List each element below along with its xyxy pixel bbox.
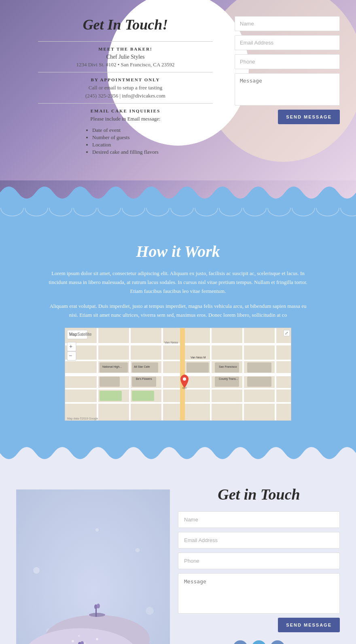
email-inquiries-heading: EMAIL CAKE INQUIRIES — [16, 108, 235, 113]
svg-point-50 — [95, 528, 99, 532]
contact-info: (245) 325-2356 | info@divicakes.com — [16, 93, 235, 99]
svg-rect-16 — [100, 377, 120, 387]
svg-text:−: − — [69, 352, 72, 359]
svg-text:Map data ©2019 Google: Map data ©2019 Google — [67, 417, 98, 420]
svg-text:+: + — [69, 343, 72, 350]
svg-rect-1 — [0, 208, 356, 220]
svg-rect-25 — [100, 391, 122, 401]
baker-address: 1234 Divi St. #102 • San Francisco, CA 2… — [16, 61, 235, 68]
left-info-panel: Get In Touch! MEET THE BAKER! Chef Julie… — [16, 12, 235, 156]
svg-point-71 — [96, 638, 98, 640]
svg-text:Satellite: Satellite — [77, 332, 92, 337]
list-item: Number of guests — [92, 134, 159, 141]
scallop-decoration — [0, 205, 356, 222]
svg-text:Van Ness: Van Ness — [164, 341, 178, 344]
how-paragraph-1: Lorem ipsum dolor sit amet, consectetur … — [49, 269, 307, 296]
svg-point-58 — [89, 613, 105, 617]
wave-transition-2 — [0, 441, 356, 465]
phone-input-bottom[interactable] — [178, 553, 340, 569]
name-input-top[interactable] — [235, 16, 340, 31]
divider-3 — [38, 103, 213, 104]
divider-2 — [38, 72, 213, 72]
name-input-bottom[interactable] — [178, 511, 340, 528]
list-item: Location — [92, 142, 159, 148]
bottom-form-area: Get in Touch SEND MESSAGE f t in — [170, 485, 340, 644]
macaron-background — [16, 489, 170, 644]
contact-form-top: SEND MESSAGE — [235, 12, 340, 124]
send-button-top[interactable]: SEND MESSAGE — [278, 110, 340, 124]
baker-name: Chef Julie Styles — [16, 54, 235, 60]
svg-rect-59 — [95, 609, 97, 617]
svg-point-48 — [146, 607, 154, 615]
svg-text:Map: Map — [69, 332, 77, 337]
twitter-icon[interactable]: t — [252, 640, 266, 644]
email-intro: Please include in Email message: — [16, 116, 235, 122]
meet-baker-heading: MEET THE BAKER! — [16, 47, 235, 51]
svg-text:Van Ness M: Van Ness M — [191, 356, 206, 359]
bottom-section-title: Get in Touch — [178, 485, 340, 503]
how-it-works-title: How it Work — [49, 242, 307, 261]
message-textarea-bottom[interactable] — [178, 573, 340, 614]
section-how-it-works: How it Work Lorem ipsum dolor sit amet, … — [0, 222, 356, 441]
appointment-text: Call or email to setup a free tasting — [16, 85, 235, 91]
svg-point-47 — [136, 548, 140, 552]
page-title: Get In Touch! — [16, 16, 235, 33]
svg-point-69 — [72, 640, 74, 642]
social-icons-row: f t in — [178, 640, 340, 644]
section-bottom-contact: Get in Touch SEND MESSAGE f t in — [0, 465, 356, 644]
section-top-contact: Get In Touch! MEET THE BAKER! Chef Julie… — [0, 0, 356, 180]
svg-point-73 — [78, 635, 80, 637]
svg-rect-24 — [132, 391, 154, 401]
email-list: Date of event Number of guests Location … — [92, 126, 159, 156]
svg-text:Be's Flowers: Be's Flowers — [136, 377, 152, 380]
linkedin-icon[interactable]: in — [270, 640, 285, 644]
list-item: Desired cake and filling flavors — [92, 149, 159, 155]
macaron-image-area — [16, 485, 170, 644]
map-embed: Map Satellite + − Van Ness Van Ness M Na… — [65, 328, 291, 421]
facebook-icon[interactable]: f — [233, 640, 248, 644]
svg-rect-22 — [247, 362, 271, 373]
svg-text:National High...: National High... — [102, 365, 122, 369]
email-input-top[interactable] — [235, 35, 340, 50]
svg-rect-19 — [186, 362, 209, 373]
message-textarea-top[interactable] — [235, 73, 340, 106]
list-item: Date of event — [92, 127, 159, 133]
contact-form-bottom: SEND MESSAGE — [178, 511, 340, 632]
divider — [38, 41, 213, 42]
how-paragraph-2: Aliquam erat volutpat. Duis imperdiet, j… — [49, 302, 307, 320]
phone-input-top[interactable] — [235, 54, 340, 69]
svg-text:⤢: ⤢ — [285, 331, 288, 335]
svg-rect-23 — [247, 377, 271, 387]
svg-point-34 — [183, 377, 186, 381]
svg-text:San Francisco: San Francisco — [219, 365, 237, 368]
svg-point-61 — [97, 604, 100, 608]
svg-point-46 — [33, 567, 40, 574]
send-button-bottom[interactable]: SEND MESSAGE — [278, 618, 340, 632]
appointment-heading: BY APPOINTMENT ONLY — [16, 77, 235, 82]
email-input-bottom[interactable] — [178, 532, 340, 549]
wave-transition-1 — [0, 180, 356, 205]
svg-text:County Trans...: County Trans... — [219, 377, 238, 381]
svg-text:All Star Cafe: All Star Cafe — [134, 365, 150, 368]
